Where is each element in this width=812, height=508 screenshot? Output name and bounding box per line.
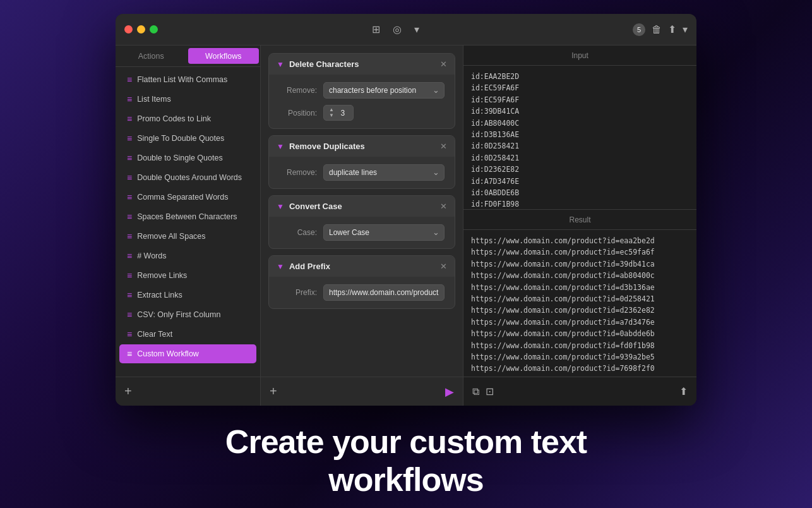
sidebar-item-words[interactable]: ≡ # Words [119, 246, 256, 265]
add-workflow-button[interactable]: + [124, 384, 132, 399]
workflow-icon[interactable]: ◎ [391, 21, 403, 37]
prefix-field-row: Prefix: [279, 284, 445, 301]
delete-characters-header[interactable]: ▼ Delete Characters ✕ [269, 54, 455, 75]
remove-duplicates-header[interactable]: ▼ Remove Duplicates ✕ [269, 136, 455, 157]
position-stepper[interactable]: ▲ ▼ 3 [323, 105, 354, 121]
list-icon: ≡ [127, 310, 132, 320]
right-footer: ⧉ ⊡ ⬆ [463, 377, 696, 406]
sidebar-item-promo-codes[interactable]: ≡ Promo Codes to Link [119, 109, 256, 128]
position-field-row: Position: ▲ ▼ 3 [279, 105, 445, 121]
result-text-area[interactable]: https://www.domain.com/product?id=eaa2be… [463, 230, 696, 377]
case-label: Case: [279, 228, 317, 237]
convert-case-header[interactable]: ▼ Convert Case ✕ [269, 196, 455, 217]
close-card-button[interactable]: ✕ [440, 262, 447, 271]
list-icon: ≡ [127, 94, 132, 104]
sidebar-item-double-to-single[interactable]: ≡ Double to Single Quotes [119, 148, 256, 167]
remove-field-row: Remove: characters before position chara… [279, 82, 445, 99]
sidebar-item-remove-links[interactable]: ≡ Remove Links [119, 266, 256, 285]
list-icon: ≡ [127, 349, 132, 359]
card-title-remove-duplicates: Remove Duplicates [289, 142, 435, 151]
list-icon: ≡ [127, 212, 132, 222]
paste-button[interactable]: ⊡ [486, 385, 494, 397]
list-icon: ≡ [127, 133, 132, 143]
input-label: Input [571, 51, 588, 60]
sidebar-item-clear-text[interactable]: ≡ Clear Text [119, 325, 256, 344]
sidebar-item-label: # Words [137, 251, 166, 260]
prefix-input[interactable] [323, 284, 445, 301]
list-icon: ≡ [127, 251, 132, 261]
run-workflow-button[interactable]: ▶ [445, 385, 454, 399]
chevron-down-icon[interactable]: ▾ [683, 23, 688, 35]
close-button[interactable] [124, 25, 133, 33]
close-card-button[interactable]: ✕ [440, 202, 447, 211]
stepper-up-icon[interactable]: ▲ [329, 107, 334, 112]
input-text-area[interactable]: id:EAA2BE2Did:EC59FA6Fid:EC59FA6Fid:39DB… [463, 66, 696, 209]
remove-select[interactable]: characters before position characters af… [323, 82, 445, 99]
sidebar-item-label: Single To Double Quotes [137, 134, 224, 143]
list-icon: ≡ [127, 231, 132, 241]
sidebar-list: ≡ Flatten List With Commas ≡ List Items … [116, 67, 260, 377]
result-section: Result https://www.domain.com/product?id… [463, 210, 696, 377]
traffic-lights [124, 25, 158, 33]
add-step-button[interactable]: + [270, 384, 277, 399]
right-panel: Input id:EAA2BE2Did:EC59FA6Fid:EC59FA6Fi… [463, 45, 696, 406]
sidebar-item-spaces-between[interactable]: ≡ Spaces Between Characters [119, 207, 256, 226]
remove-duplicates-body: Remove: duplicate lines duplicate words … [269, 157, 455, 188]
sidebar-item-label: Double to Single Quotes [137, 154, 223, 162]
result-label: Result [569, 215, 590, 224]
list-icon: ≡ [127, 75, 132, 85]
sidebar-toggle-icon[interactable]: ⊞ [370, 21, 382, 37]
export-button[interactable]: ⬆ [679, 385, 688, 397]
sidebar-tabs: Actions Workflows [116, 45, 260, 67]
workflow-area: ▼ Delete Characters ✕ Remove: characters… [261, 45, 463, 377]
maximize-button[interactable] [150, 25, 158, 33]
copy-button[interactable]: ⧉ [472, 386, 479, 397]
sidebar-item-custom-workflow[interactable]: ≡ Custom Workflow [119, 344, 256, 363]
delete-characters-body: Remove: characters before position chara… [269, 75, 455, 128]
list-icon: ≡ [127, 270, 132, 281]
convert-case-body: Case: Lower Case Upper Case Title Case S… [269, 217, 455, 248]
list-icon: ≡ [127, 153, 132, 163]
close-card-button[interactable]: ✕ [440, 59, 447, 69]
add-prefix-body: Prefix: [269, 277, 455, 308]
sidebar-item-list-items[interactable]: ≡ List Items [119, 90, 256, 109]
remove-select-wrapper: characters before position characters af… [323, 82, 445, 99]
case-select[interactable]: Lower Case Upper Case Title Case Sentenc… [323, 224, 445, 241]
dropdown-icon[interactable]: ▾ [412, 21, 421, 37]
title-bar-center: ⊞ ◎ ▾ [158, 21, 633, 37]
prefix-label: Prefix: [279, 288, 317, 297]
sidebar-item-label: CSV: Only First Column [137, 310, 220, 319]
expand-icon: ▼ [277, 262, 284, 271]
sidebar-item-label: Clear Text [137, 330, 172, 339]
sidebar-item-flatten-list[interactable]: ≡ Flatten List With Commas [119, 70, 256, 89]
app-window: ⊞ ◎ ▾ 5 🗑 ⬆ ▾ Actions Workflows ≡ Flatte… [116, 14, 696, 406]
case-select-wrapper: Lower Case Upper Case Title Case Sentenc… [323, 224, 445, 241]
sidebar-item-comma-separated[interactable]: ≡ Comma Separated Words [119, 188, 256, 207]
close-card-button[interactable]: ✕ [440, 142, 447, 151]
sidebar-item-single-to-double[interactable]: ≡ Single To Double Quotes [119, 129, 256, 148]
stepper-down-icon[interactable]: ▼ [329, 113, 334, 118]
convert-case-card: ▼ Convert Case ✕ Case: Lower Case Upper … [268, 195, 455, 249]
share-icon[interactable]: ⬆ [668, 23, 676, 35]
trash-icon[interactable]: 🗑 [652, 24, 662, 35]
position-label: Position: [279, 109, 317, 118]
sidebar-item-double-quotes-around[interactable]: ≡ Double Quotes Around Words [119, 168, 256, 187]
sidebar-item-label: Double Quotes Around Words [137, 173, 242, 182]
middle-panel: ▼ Delete Characters ✕ Remove: characters… [261, 45, 463, 406]
sidebar-item-remove-all-spaces[interactable]: ≡ Remove All Spaces [119, 227, 256, 246]
remove-dup-select-wrapper: duplicate lines duplicate words duplicat… [323, 164, 445, 181]
sidebar-item-extract-links[interactable]: ≡ Extract Links [119, 286, 256, 305]
add-prefix-card: ▼ Add Prefix ✕ Prefix: [268, 255, 455, 309]
tab-workflows[interactable]: Workflows [188, 48, 260, 64]
minimize-button[interactable] [137, 25, 145, 33]
tab-actions[interactable]: Actions [116, 45, 187, 66]
case-field-row: Case: Lower Case Upper Case Title Case S… [279, 224, 445, 241]
list-icon: ≡ [127, 192, 132, 202]
add-prefix-header[interactable]: ▼ Add Prefix ✕ [269, 256, 455, 277]
list-icon: ≡ [127, 329, 132, 339]
remove-label: Remove: [279, 86, 317, 95]
remove-dup-select[interactable]: duplicate lines duplicate words duplicat… [323, 164, 445, 181]
sidebar-item-csv-first-col[interactable]: ≡ CSV: Only First Column [119, 305, 256, 324]
sidebar-item-label: Custom Workflow [137, 349, 199, 358]
sidebar-item-label: Comma Separated Words [137, 193, 228, 202]
